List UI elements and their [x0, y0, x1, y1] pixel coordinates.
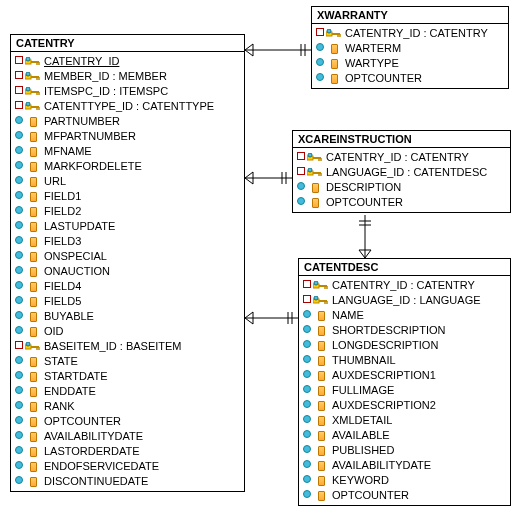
column-icon — [24, 462, 42, 472]
field-label: BUYABLE — [42, 309, 94, 324]
optional-bullet-icon — [14, 294, 24, 309]
field-row: URL — [14, 174, 241, 189]
field-label: DESCRIPTION — [324, 180, 401, 195]
field-row: FULLIMAGE — [302, 383, 507, 398]
column-icon — [24, 477, 42, 487]
field-row: MARKFORDELETE — [14, 159, 241, 174]
field-label: MFPARTNUMBER — [42, 129, 136, 144]
column-icon — [24, 432, 42, 442]
field-row: LANGUAGE_ID : CATENTDESC — [296, 165, 507, 180]
column-icon — [325, 44, 343, 54]
column-icon — [24, 237, 42, 247]
field-row: STATE — [14, 354, 241, 369]
optional-bullet-icon — [296, 180, 306, 195]
field-row: MEMBER_ID : MEMBER — [14, 69, 241, 84]
optional-bullet-icon — [302, 323, 312, 338]
field-row: ONSPECIAL — [14, 249, 241, 264]
field-row: PARTNUMBER — [14, 114, 241, 129]
field-label: LASTUPDATE — [42, 219, 115, 234]
optional-bullet-icon — [302, 383, 312, 398]
column-icon — [24, 387, 42, 397]
optional-bullet-icon — [14, 159, 24, 174]
column-icon — [312, 341, 330, 351]
field-row: WARTYPE — [315, 56, 505, 71]
optional-bullet-icon — [296, 195, 306, 210]
field-row: XMLDETAIL — [302, 413, 507, 428]
field-label: KEYWORD — [330, 473, 389, 488]
field-label: CATENTRY_ID : CATENTRY — [330, 278, 475, 293]
field-label: AUXDESCRIPTION1 — [330, 368, 436, 383]
field-row: WARTERM — [315, 41, 505, 56]
field-row: AUXDESCRIPTION2 — [302, 398, 507, 413]
field-label: PARTNUMBER — [42, 114, 120, 129]
column-icon — [24, 372, 42, 382]
column-icon — [312, 446, 330, 456]
optional-bullet-icon — [14, 324, 24, 339]
svg-line-63 — [245, 312, 253, 318]
column-icon — [312, 326, 330, 336]
svg-line-58 — [245, 178, 253, 184]
field-row: MFPARTNUMBER — [14, 129, 241, 144]
optional-bullet-icon — [315, 56, 325, 71]
field-label: BASEITEM_ID : BASEITEM — [42, 339, 182, 354]
field-label: LANGUAGE_ID : CATENTDESC — [324, 165, 487, 180]
column-icon — [24, 147, 42, 157]
column-icon — [312, 401, 330, 411]
column-icon — [24, 207, 42, 217]
field-row: AVAILABLE — [302, 428, 507, 443]
field-label: ENDDATE — [42, 384, 96, 399]
optional-bullet-icon — [302, 338, 312, 353]
field-row: AUXDESCRIPTION1 — [302, 368, 507, 383]
field-row: FIELD4 — [14, 279, 241, 294]
field-row: LASTUPDATE — [14, 219, 241, 234]
optional-bullet-icon — [14, 174, 24, 189]
column-icon — [24, 312, 42, 322]
field-row: CATENTRY_ID : CATENTRY — [296, 150, 507, 165]
column-icon — [24, 417, 42, 427]
field-row: OID — [14, 324, 241, 339]
svg-point-29 — [327, 29, 331, 33]
optional-bullet-icon — [14, 114, 24, 129]
optional-bullet-icon — [14, 429, 24, 444]
optional-bullet-icon — [14, 219, 24, 234]
entity-title: CATENTDESC — [299, 259, 510, 276]
field-row: THUMBNAIL — [302, 353, 507, 368]
field-label: WARTYPE — [343, 56, 399, 71]
field-row: STARTDATE — [14, 369, 241, 384]
entity-xcareinstruction: XCAREINSTRUCTION CATENTRY_ID : CATENTRYL… — [292, 130, 511, 213]
field-row: CATENTRY_ID : CATENTRY — [302, 278, 507, 293]
optional-bullet-icon — [14, 309, 24, 324]
svg-line-52 — [245, 50, 253, 56]
relationship-line — [245, 168, 292, 188]
field-label: CATENTTYPE_ID : CATENTTYPE — [42, 99, 214, 114]
required-bullet-icon — [14, 84, 24, 99]
entity-body: CATENTRY_ID : CATENTRYWARTERMWARTYPEOPTC… — [312, 24, 508, 88]
optional-bullet-icon — [14, 354, 24, 369]
column-icon — [24, 447, 42, 457]
column-icon — [312, 491, 330, 501]
optional-bullet-icon — [302, 473, 312, 488]
optional-bullet-icon — [302, 428, 312, 443]
field-row: LANGUAGE_ID : LANGUAGE — [302, 293, 507, 308]
optional-bullet-icon — [14, 459, 24, 474]
entity-catentdesc: CATENTDESC CATENTRY_ID : CATENTRYLANGUAG… — [298, 258, 511, 506]
field-label: CATENTRY_ID : CATENTRY — [324, 150, 469, 165]
svg-point-39 — [308, 168, 312, 172]
column-icon — [24, 132, 42, 142]
key-icon — [24, 102, 42, 112]
entity-title: CATENTRY — [11, 35, 244, 52]
optional-bullet-icon — [302, 488, 312, 503]
field-label: OPTCOUNTER — [324, 195, 403, 210]
field-label: SHORTDESCRIPTION — [330, 323, 445, 338]
column-icon — [312, 476, 330, 486]
field-row: SHORTDESCRIPTION — [302, 323, 507, 338]
entity-catentry: CATENTRY CATENTRY_IDMEMBER_ID : MEMBERIT… — [10, 34, 245, 492]
field-label: OID — [42, 324, 64, 339]
svg-point-19 — [26, 102, 30, 106]
svg-line-64 — [245, 318, 253, 324]
required-bullet-icon — [296, 150, 306, 165]
svg-point-49 — [314, 296, 318, 300]
column-icon — [24, 192, 42, 202]
field-row: FIELD5 — [14, 294, 241, 309]
field-label: AVAILABILITYDATE — [42, 429, 143, 444]
